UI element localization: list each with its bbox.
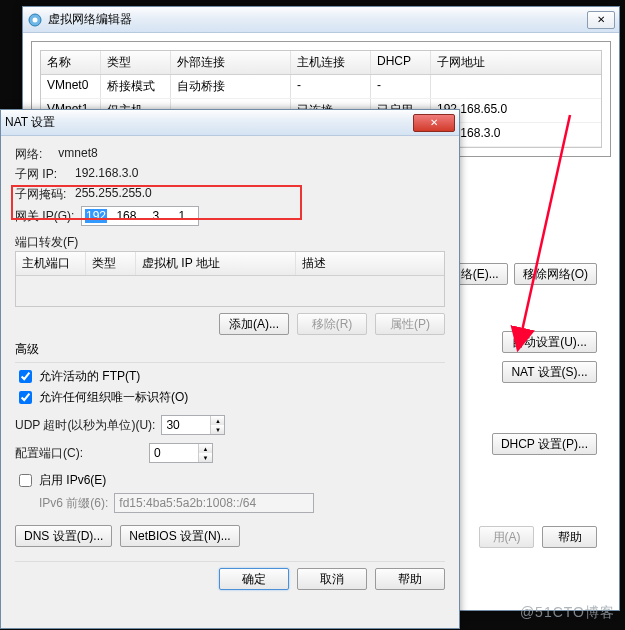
svg-point-1	[33, 17, 38, 22]
spin-up[interactable]: ▲	[211, 416, 224, 425]
watermark: @51CTO博客	[520, 604, 615, 622]
gateway-label: 网关 IP(G):	[15, 208, 75, 225]
udp-timeout-spinner[interactable]: ▲▼	[161, 415, 225, 435]
org-check-input[interactable]	[19, 391, 32, 404]
subnet-ip-label: 子网 IP:	[15, 166, 69, 183]
close-button[interactable]: ✕	[413, 114, 455, 132]
close-button[interactable]: ✕	[587, 11, 615, 29]
col-ext: 外部连接	[171, 51, 291, 74]
ftp-check-input[interactable]	[19, 370, 32, 383]
subnet-ip-value: 192.168.3.0	[75, 166, 138, 183]
enable-ipv6-checkbox[interactable]: 启用 IPv6(E)	[15, 471, 445, 490]
ip-octet-1[interactable]: 192	[85, 209, 107, 223]
auto-settings-button[interactable]: 自动设置(U)...	[502, 331, 597, 353]
help-button[interactable]: 帮助	[542, 526, 597, 548]
cancel-button[interactable]: 取消	[297, 568, 367, 590]
gateway-ip-input[interactable]: 192. 168 . 3 . 1	[81, 206, 199, 226]
allow-org-checkbox[interactable]: 允许任何组织唯一标识符(O)	[15, 388, 445, 407]
netbios-settings-button[interactable]: NetBIOS 设置(N)...	[120, 525, 239, 547]
remove-network-button[interactable]: 移除网络(O)	[514, 263, 597, 285]
window-title: 虚拟网络编辑器	[48, 11, 132, 28]
pf-header: 主机端口 类型 虚拟机 IP 地址 描述	[16, 252, 444, 276]
table-row[interactable]: VMnet0 桥接模式 自动桥接 - -	[41, 75, 601, 99]
pf-remove-button: 移除(R)	[297, 313, 367, 335]
titlebar: 虚拟网络编辑器 ✕	[23, 7, 619, 33]
subnet-mask-value: 255.255.255.0	[75, 186, 152, 203]
apply-button: 用(A)	[479, 526, 534, 548]
spin-down[interactable]: ▼	[199, 453, 212, 462]
advanced-label: 高级	[15, 341, 445, 358]
nat-titlebar: NAT 设置 ✕	[1, 110, 459, 136]
ipv6-check-input[interactable]	[19, 474, 32, 487]
spin-up[interactable]: ▲	[199, 444, 212, 453]
app-icon	[27, 12, 43, 28]
spin-down[interactable]: ▼	[211, 425, 224, 434]
dns-settings-button[interactable]: DNS 设置(D)...	[15, 525, 112, 547]
ip-octet-2[interactable]: 168	[116, 209, 136, 223]
port-forward-table: 主机端口 类型 虚拟机 IP 地址 描述	[15, 251, 445, 307]
col-name: 名称	[41, 51, 101, 74]
ipv6-prefix-label: IPv6 前缀(6):	[39, 495, 108, 512]
port-forward-label: 端口转发(F)	[15, 234, 445, 251]
ok-button[interactable]: 确定	[219, 568, 289, 590]
subnet-mask-label: 子网掩码:	[15, 186, 69, 203]
nat-settings-button[interactable]: NAT 设置(S)...	[502, 361, 597, 383]
help-button[interactable]: 帮助	[375, 568, 445, 590]
allow-ftp-checkbox[interactable]: 允许活动的 FTP(T)	[15, 367, 445, 386]
col-desc: 描述	[296, 252, 444, 275]
config-port-input[interactable]	[150, 444, 198, 462]
col-host: 主机连接	[291, 51, 371, 74]
network-label: 网络:	[15, 146, 42, 163]
col-hostport: 主机端口	[16, 252, 86, 275]
nat-body: 网络: vmnet8 子网 IP: 192.168.3.0 子网掩码: 255.…	[1, 136, 459, 628]
ipv6-prefix-input	[114, 493, 314, 513]
table-header: 名称 类型 外部连接 主机连接 DHCP 子网地址	[41, 51, 601, 75]
pf-add-button[interactable]: 添加(A)...	[219, 313, 289, 335]
udp-timeout-input[interactable]	[162, 416, 210, 434]
col-vmip: 虚拟机 IP 地址	[136, 252, 296, 275]
col-dhcp: DHCP	[371, 51, 431, 74]
dhcp-settings-button[interactable]: DHCP 设置(P)...	[492, 433, 597, 455]
config-port-label: 配置端口(C):	[15, 445, 143, 462]
network-value: vmnet8	[58, 146, 97, 163]
col-subnet: 子网地址	[431, 51, 601, 74]
dialog-title: NAT 设置	[5, 114, 55, 131]
config-port-spinner[interactable]: ▲▼	[149, 443, 213, 463]
udp-timeout-label: UDP 超时(以秒为单位)(U):	[15, 417, 155, 434]
pf-props-button: 属性(P)	[375, 313, 445, 335]
ip-octet-3[interactable]: 3	[152, 209, 159, 223]
nat-settings-dialog: NAT 设置 ✕ 网络: vmnet8 子网 IP: 192.168.3.0 子…	[0, 109, 460, 629]
ip-octet-4[interactable]: 1	[178, 209, 185, 223]
col-type: 类型	[86, 252, 136, 275]
col-type: 类型	[101, 51, 171, 74]
